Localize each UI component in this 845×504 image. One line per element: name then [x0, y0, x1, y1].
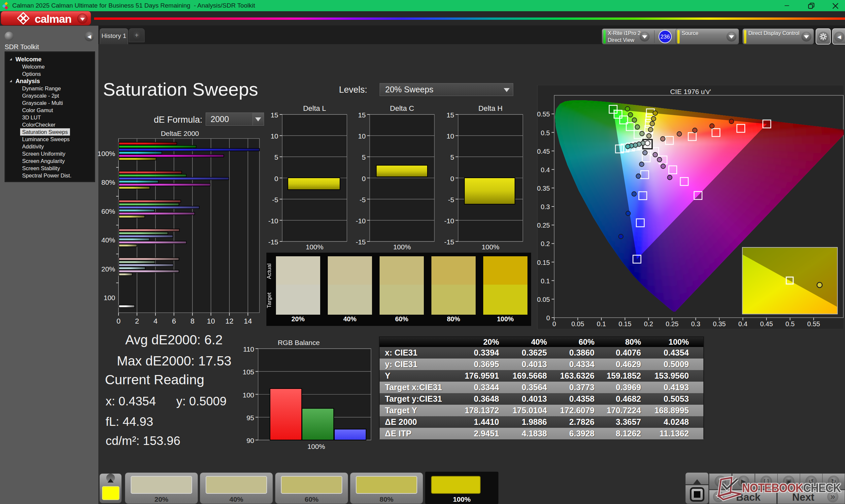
svg-text:0.05: 0.05	[537, 296, 550, 303]
svg-text:-10: -10	[444, 217, 454, 224]
svg-text:5: 5	[362, 154, 366, 161]
svg-text:0.2: 0.2	[541, 240, 550, 247]
svg-text:10: 10	[271, 132, 278, 140]
svg-text:0.15: 0.15	[619, 320, 631, 327]
svg-text:95: 95	[247, 414, 254, 421]
svg-text:0.1: 0.1	[597, 320, 606, 327]
svg-text:0: 0	[274, 175, 278, 182]
svg-text:0.55: 0.55	[537, 110, 550, 118]
svg-text:5: 5	[450, 154, 454, 161]
svg-text:10: 10	[358, 132, 366, 140]
svg-text:4: 4	[154, 317, 157, 325]
svg-text:CIE 1976 u'v': CIE 1976 u'v'	[670, 88, 711, 95]
svg-text:20%: 20%	[101, 265, 115, 273]
svg-text:Delta H: Delta H	[478, 104, 503, 112]
svg-text:100%: 100%	[393, 243, 411, 251]
svg-text:Delta L: Delta L	[303, 104, 326, 112]
svg-text:0: 0	[362, 175, 366, 182]
svg-text:0.4: 0.4	[738, 320, 747, 327]
svg-text:100%: 100%	[307, 443, 325, 450]
svg-text:0.25: 0.25	[537, 222, 550, 229]
svg-text:-5: -5	[272, 196, 278, 203]
svg-text:10: 10	[446, 132, 454, 140]
svg-text:0.2: 0.2	[644, 320, 653, 327]
svg-text:14: 14	[244, 317, 252, 325]
svg-text:5: 5	[274, 154, 278, 161]
svg-text:110: 110	[243, 345, 254, 353]
svg-text:90: 90	[247, 437, 254, 444]
svg-text:RGB Balance: RGB Balance	[278, 339, 319, 346]
svg-text:8: 8	[191, 317, 194, 325]
svg-text:0.15: 0.15	[537, 259, 550, 266]
svg-text:0: 0	[546, 314, 550, 322]
svg-text:0: 0	[450, 175, 454, 182]
svg-text:0.25: 0.25	[666, 320, 679, 327]
svg-text:Delta C: Delta C	[390, 104, 414, 112]
svg-text:100%: 100%	[98, 150, 115, 157]
svg-text:15: 15	[271, 111, 278, 119]
svg-text:-5: -5	[359, 196, 366, 203]
svg-text:100%: 100%	[481, 243, 499, 251]
svg-text:-15: -15	[356, 238, 366, 246]
svg-text:0.1: 0.1	[541, 277, 550, 285]
svg-text:6: 6	[172, 317, 176, 325]
svg-text:-15: -15	[444, 238, 454, 246]
svg-text:0.35: 0.35	[537, 185, 550, 192]
svg-text:DeltaE 2000: DeltaE 2000	[161, 130, 199, 137]
svg-text:-15: -15	[268, 238, 278, 246]
svg-text:0.5: 0.5	[541, 129, 550, 137]
svg-text:10: 10	[207, 317, 215, 325]
svg-text:0: 0	[117, 317, 121, 325]
svg-text:100: 100	[243, 391, 254, 399]
svg-text:0.3: 0.3	[691, 320, 700, 327]
svg-text:0: 0	[552, 320, 556, 327]
svg-text:105: 105	[243, 368, 254, 376]
svg-text:2: 2	[135, 317, 139, 325]
svg-text:60%: 60%	[101, 208, 115, 215]
svg-text:80%: 80%	[101, 178, 115, 186]
svg-text:-10: -10	[268, 217, 278, 224]
svg-text:0.45: 0.45	[537, 148, 550, 155]
svg-text:0.45: 0.45	[760, 320, 773, 327]
svg-text:0.3: 0.3	[541, 203, 550, 211]
svg-text:12: 12	[226, 317, 233, 325]
svg-text:-5: -5	[448, 196, 454, 203]
svg-text:0.4: 0.4	[541, 166, 550, 174]
svg-text:15: 15	[446, 111, 454, 119]
svg-text:0.5: 0.5	[786, 320, 795, 327]
svg-text:100: 100	[104, 294, 115, 302]
svg-text:-10: -10	[356, 217, 366, 224]
svg-text:0.55: 0.55	[807, 320, 820, 327]
svg-text:100%: 100%	[306, 243, 323, 251]
svg-text:15: 15	[358, 111, 366, 119]
svg-text:0.05: 0.05	[571, 320, 584, 327]
svg-text:0.35: 0.35	[713, 320, 726, 327]
svg-text:40%: 40%	[101, 236, 115, 244]
